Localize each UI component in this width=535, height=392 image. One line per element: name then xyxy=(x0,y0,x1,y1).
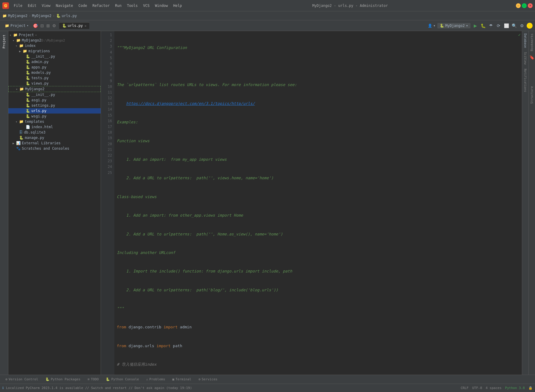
menu-navigate[interactable]: Navigate xyxy=(53,3,76,9)
line-numbers: 12345 678910 1112131415 1617181920 21222… xyxy=(101,31,114,375)
menu-edit[interactable]: Edit xyxy=(25,3,39,9)
profile-button[interactable]: ⟳ xyxy=(496,23,502,29)
bookmarks-label[interactable]: Bookmarks xyxy=(529,31,534,54)
code-line-4: https://docs.djangoproject.com/en/3.1/to… xyxy=(117,101,515,107)
tree-label: MyDjango2 xyxy=(22,38,41,42)
tree-item-asgi[interactable]: 🐍 asgi.py xyxy=(8,97,101,103)
minimize-button[interactable]: – xyxy=(516,3,521,8)
notification-button[interactable]: ! xyxy=(527,23,533,29)
problems-tab[interactable]: ⚠ Problems xyxy=(143,376,168,382)
python-version[interactable]: Python 3.8 xyxy=(505,386,525,390)
tree-item-tests[interactable]: 🐍 tests.py xyxy=(8,75,101,81)
tree-item-views[interactable]: 🐍 views.py xyxy=(8,81,101,86)
tree-item-manage[interactable]: 🐍 manage.py xyxy=(8,135,101,140)
code-wrapper: 12345 678910 1112131415 1617181920 21222… xyxy=(101,31,528,375)
tree-item-migrations[interactable]: ▶ 📁 migrations xyxy=(8,48,101,54)
menu-refactor[interactable]: Refactor xyxy=(90,3,112,9)
chevron-down-icon: ▾ xyxy=(433,24,436,28)
services-tab[interactable]: ⚙ Services xyxy=(195,376,220,382)
py-icon: 🐍 xyxy=(26,98,30,102)
run-config-name: MyDjango2 xyxy=(445,24,465,28)
indent[interactable]: 4 spaces xyxy=(486,386,502,390)
line-ending[interactable]: CRLF xyxy=(461,386,469,390)
folder-icon: 📁 xyxy=(23,49,27,53)
code-editor[interactable]: """MyDjango2 URL Configuration The `urlp… xyxy=(114,31,517,375)
project-sidebar-tab: Project xyxy=(0,31,8,375)
stop-button[interactable]: ⬜ xyxy=(503,23,509,29)
menu-run[interactable]: Run xyxy=(113,3,124,9)
menu-vcs[interactable]: VCS xyxy=(141,3,152,9)
tree-label: settings.py xyxy=(31,103,55,108)
database-tab[interactable]: Database xyxy=(523,32,528,50)
tree-item-mydjango2-sub[interactable]: ▾ 📁 MyDjango2 xyxy=(8,86,101,92)
close-button[interactable]: ✕ xyxy=(528,3,533,8)
user-menu[interactable]: 👤 ▾ xyxy=(428,24,436,28)
tree-label: tests.py xyxy=(31,76,49,80)
project-dropdown[interactable]: 📁 Project ▾ xyxy=(2,23,31,28)
tree-item-templates[interactable]: ▾ 📁 templates xyxy=(8,119,101,124)
folder-icon: 📁 xyxy=(13,33,18,37)
tree-item-project[interactable]: ▾ 📁 Project ▾ xyxy=(8,32,101,38)
menu-file[interactable]: File xyxy=(11,3,25,9)
project-tab-label[interactable]: Project xyxy=(1,32,7,51)
run-config-selector[interactable]: 🐍 MyDjango2 ▾ xyxy=(437,23,470,28)
python-console-tab[interactable]: 🐍 Python Console xyxy=(103,376,142,382)
coverage-button[interactable]: ☂ xyxy=(488,23,494,29)
sciview-tab[interactable]: SciView xyxy=(523,50,528,66)
search-everywhere-button[interactable]: 🔍 xyxy=(511,23,517,29)
expand-all-button[interactable]: ⊞ xyxy=(46,23,50,29)
code-line-12: Including another URLconf xyxy=(117,250,515,256)
title-bar-right: – □ ✕ xyxy=(516,3,533,8)
tree-item-init-mydjango2[interactable]: 🐍 __init__.py xyxy=(8,92,101,97)
menu-window[interactable]: Window xyxy=(153,3,170,9)
toolbar-right: 👤 ▾ 🐍 MyDjango2 ▾ ▶ 🐛 ☂ ⟳ ⬜ 🔍 ⚙ ! xyxy=(428,23,533,29)
tree-item-scratches[interactable]: 🐾 Scratches and Consoles xyxy=(8,146,101,151)
tree-item-settings[interactable]: 🐍 settings.py xyxy=(8,103,101,108)
python-packages-tab[interactable]: 🐍 Python Packages xyxy=(42,376,83,382)
app-icon: PC xyxy=(2,2,9,9)
menu-help[interactable]: Help xyxy=(171,3,184,9)
breadcrumb-item-1[interactable]: MyDjango2 xyxy=(32,14,51,18)
version-control-tab[interactable]: ⚙ Version Control xyxy=(2,376,41,382)
tree-label: views.py xyxy=(31,81,49,85)
tree-item-admin[interactable]: 🐍 admin.py xyxy=(8,59,101,65)
right-sidebar: Database SciView Notifications xyxy=(522,31,528,375)
locate-file-button[interactable]: 🎯 xyxy=(32,23,39,29)
menu-tools[interactable]: Tools xyxy=(125,3,140,9)
menu-view[interactable]: View xyxy=(39,3,53,9)
tree-item-wsgi[interactable]: 🐍 wsgi.py xyxy=(8,114,101,119)
tree-item-urls[interactable]: 🐍 urls.py xyxy=(8,108,101,114)
structure-label[interactable]: Structure xyxy=(529,84,534,106)
tree-label: asgi.py xyxy=(31,98,47,102)
tab-close-button[interactable]: ✕ xyxy=(85,24,86,27)
chevron-icon: ▾ xyxy=(35,33,37,37)
breadcrumb-item-2[interactable]: urls.py xyxy=(62,14,77,18)
terminal-tab[interactable]: ▣ Terminal xyxy=(169,376,194,382)
collapse-all-button[interactable]: ⊟ xyxy=(40,23,45,29)
tree-item-external-libs[interactable]: ▶ 📊 External Libraries xyxy=(8,140,101,146)
tree-item-models[interactable]: 🐍 models.py xyxy=(8,70,101,75)
file-saved-icon: ✓ xyxy=(518,32,521,37)
term-icon: ▣ xyxy=(172,377,174,381)
tree-item-index[interactable]: ▾ 📁 index xyxy=(8,43,101,48)
maximize-button[interactable]: □ xyxy=(522,3,527,8)
lock-icon[interactable]: 🔒 xyxy=(528,386,533,390)
notifications-tab[interactable]: Notifications xyxy=(523,67,528,94)
status-message[interactable]: Localized PyCharm 2023.1.4 is available … xyxy=(6,386,192,390)
run-button[interactable]: ▶ xyxy=(472,23,478,29)
todo-label: TODO xyxy=(91,377,99,381)
debug-button[interactable]: 🐛 xyxy=(480,23,486,29)
tree-item-apps[interactable]: 🐍 apps.py xyxy=(8,65,101,70)
settings-button[interactable]: ⚙ xyxy=(52,23,57,29)
tree-item-db[interactable]: 🗄 db.sqlite3 xyxy=(8,130,101,135)
menu-code[interactable]: Code xyxy=(76,3,90,9)
settings-menu-button[interactable]: ⚙ xyxy=(519,23,525,29)
tree-item-init-index[interactable]: 🐍 __init__.py xyxy=(8,54,101,59)
todo-tab[interactable]: ≡ TODO xyxy=(85,376,102,382)
tree-label: External Libraries xyxy=(22,141,61,145)
tree-item-index-html[interactable]: 📄 index.html xyxy=(8,124,101,130)
encoding[interactable]: UTF-8 xyxy=(472,386,482,390)
tree-item-mydjango2-root[interactable]: ▾ 📁 MyDjango2 D:\MyDjango2 xyxy=(8,38,101,43)
breadcrumb-item-0[interactable]: MyDjango2 xyxy=(8,14,27,18)
tab-urls-py[interactable]: 🐍 urls.py ✕ xyxy=(59,22,90,29)
